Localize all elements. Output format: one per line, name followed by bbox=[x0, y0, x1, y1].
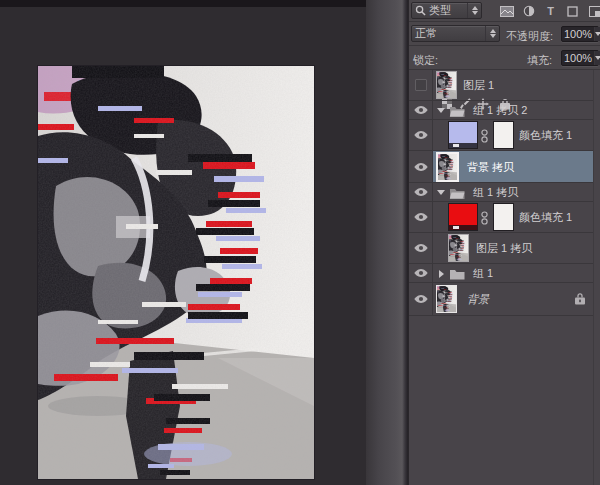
open-folder-icon bbox=[449, 105, 465, 117]
layers-panel: 类型 T 正常 不透明度: 100% 锁定: bbox=[408, 0, 600, 485]
eye-icon bbox=[414, 130, 428, 140]
dropdown-arrows-icon bbox=[485, 26, 496, 41]
visibility-toggle[interactable] bbox=[409, 120, 433, 150]
open-folder-icon bbox=[449, 187, 465, 199]
eye-icon bbox=[414, 268, 428, 278]
group-collapsed-triangle[interactable] bbox=[439, 270, 444, 278]
lock-fill-bar: 锁定: 填充: 100% bbox=[409, 46, 600, 70]
layer-name[interactable]: 图层 1 拷贝 bbox=[476, 241, 532, 256]
layer-name[interactable]: 组 1 拷贝 bbox=[473, 185, 518, 200]
visibility-toggle[interactable] bbox=[409, 202, 433, 232]
adjustment-layer-filter-icon[interactable] bbox=[521, 4, 536, 18]
type-layer-filter-icon[interactable]: T bbox=[543, 4, 558, 18]
selected-row-highlight: 背景 拷贝 bbox=[433, 151, 594, 182]
lock-label: 锁定: bbox=[413, 53, 438, 68]
layer-thumbnail[interactable] bbox=[449, 235, 468, 261]
visibility-toggle[interactable] bbox=[409, 283, 433, 315]
layer-thumbnail[interactable] bbox=[438, 154, 457, 180]
visibility-off-well bbox=[415, 79, 427, 91]
layer-thumbnail[interactable] bbox=[437, 286, 456, 312]
opacity-label: 不透明度: bbox=[506, 29, 553, 44]
layer-name[interactable]: 颜色填充 1 bbox=[519, 128, 572, 143]
blend-mode-dropdown[interactable]: 正常 bbox=[411, 25, 500, 42]
closed-folder-icon bbox=[449, 268, 465, 280]
pixel-layer-filter-icon[interactable] bbox=[499, 4, 514, 18]
eye-icon bbox=[414, 162, 428, 172]
fill-layer-row-red[interactable]: 颜色填充 1 bbox=[409, 202, 594, 233]
visibility-toggle[interactable] bbox=[409, 101, 433, 119]
layer-row-beijing[interactable]: 背景 bbox=[409, 283, 594, 316]
layer-mask-thumbnail[interactable] bbox=[494, 204, 513, 230]
panel-dock-divider[interactable] bbox=[366, 0, 408, 485]
opacity-dropdown-arrow-icon[interactable] bbox=[594, 27, 600, 41]
layer-list: 图层 1 组 1 拷贝 2 bbox=[409, 70, 600, 485]
visibility-toggle[interactable] bbox=[409, 183, 433, 201]
layer-name[interactable]: 颜色填充 1 bbox=[519, 210, 572, 225]
canvas-workspace bbox=[0, 0, 366, 485]
eye-icon bbox=[414, 294, 428, 304]
layer-list-right-edge bbox=[593, 70, 594, 485]
layer-filter-type-dropdown[interactable]: 类型 bbox=[411, 2, 482, 19]
filter-type-label: 类型 bbox=[429, 3, 451, 18]
layer-name[interactable]: 背景 拷贝 bbox=[467, 159, 514, 174]
layer-row-beijing-kaobei[interactable]: 背景 拷贝 bbox=[409, 151, 594, 183]
color-fill-swatch[interactable] bbox=[449, 122, 477, 148]
mask-link-icon[interactable] bbox=[481, 211, 488, 227]
glitch-artwork-image bbox=[38, 66, 314, 479]
eye-icon bbox=[414, 105, 428, 115]
group-expand-triangle[interactable] bbox=[437, 108, 445, 113]
visibility-toggle[interactable] bbox=[409, 264, 433, 282]
blend-opacity-bar: 正常 不透明度: 100% bbox=[409, 22, 600, 46]
layer-name[interactable]: 组 1 拷贝 2 bbox=[473, 103, 527, 118]
dropdown-arrows-icon bbox=[467, 3, 478, 18]
search-icon bbox=[415, 5, 426, 16]
eye-icon bbox=[414, 187, 428, 197]
document-canvas[interactable] bbox=[38, 66, 314, 479]
layer-name[interactable]: 背景 bbox=[467, 292, 489, 307]
document-tab-bar-edge bbox=[0, 0, 366, 7]
opacity-field[interactable]: 100% bbox=[561, 26, 599, 42]
layer-name[interactable]: 图层 1 bbox=[463, 78, 494, 93]
layer-name[interactable]: 组 1 bbox=[473, 266, 493, 281]
eye-icon bbox=[414, 243, 428, 253]
group-expand-triangle[interactable] bbox=[437, 190, 445, 195]
layer-lock-icon bbox=[575, 292, 585, 307]
group-row-zu1-kaobei[interactable]: 组 1 拷贝 bbox=[409, 183, 594, 202]
layer-thumbnail[interactable] bbox=[437, 72, 456, 98]
visibility-toggle[interactable] bbox=[409, 233, 433, 263]
layer-filter-bar: 类型 T bbox=[409, 0, 600, 22]
layer-row-tuceng1-kaobei[interactable]: 图层 1 拷贝 bbox=[409, 233, 594, 264]
visibility-toggle[interactable] bbox=[409, 70, 433, 100]
layer-mask-thumbnail[interactable] bbox=[494, 122, 513, 148]
fill-field[interactable]: 100% bbox=[561, 50, 599, 66]
opacity-value: 100% bbox=[562, 28, 594, 40]
eye-icon bbox=[414, 212, 428, 222]
color-fill-swatch[interactable] bbox=[449, 204, 477, 230]
layer-row-tuceng1[interactable]: 图层 1 bbox=[409, 70, 594, 101]
fill-label: 填充: bbox=[527, 53, 552, 68]
group-row-zu1-kaobei2[interactable]: 组 1 拷贝 2 bbox=[409, 101, 594, 120]
fill-value: 100% bbox=[562, 52, 594, 64]
fill-dropdown-arrow-icon[interactable] bbox=[594, 51, 600, 65]
blend-mode-value: 正常 bbox=[415, 26, 437, 41]
group-row-zu1[interactable]: 组 1 bbox=[409, 264, 594, 283]
visibility-toggle[interactable] bbox=[409, 151, 433, 182]
shape-layer-filter-icon[interactable] bbox=[565, 4, 580, 18]
fill-layer-row-lavender[interactable]: 颜色填充 1 bbox=[409, 120, 594, 151]
smart-object-filter-icon[interactable] bbox=[587, 4, 600, 18]
mask-link-icon[interactable] bbox=[481, 129, 488, 145]
